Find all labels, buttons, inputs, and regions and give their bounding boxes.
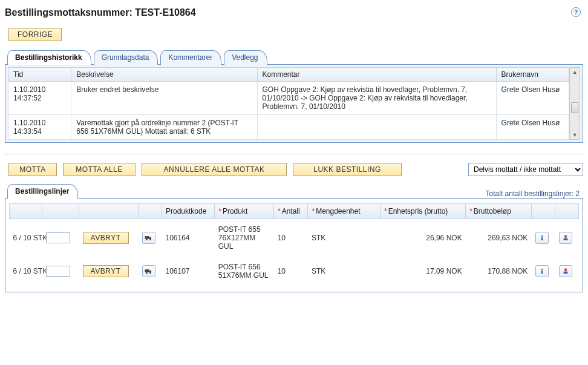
scroll-thumb[interactable] <box>571 102 578 113</box>
col-product-code: Produktkode <box>162 204 214 219</box>
lines-tab[interactable]: Bestillingslinjer <box>7 184 78 199</box>
history-row: 1.10.2010 14:37:52 Bruker endret beskriv… <box>8 82 569 115</box>
cell-time: 1.10.2010 14:37:52 <box>8 82 71 115</box>
info-icon[interactable] <box>535 265 549 277</box>
svg-point-14 <box>564 268 567 271</box>
cell-user: Grete Olsen Husø <box>496 115 569 140</box>
history-tabs: Bestillingshistorikk Grunnlagsdata Komme… <box>7 50 583 64</box>
user-badge-icon[interactable] <box>559 265 572 277</box>
svg-point-11 <box>150 272 151 274</box>
page-title: Bestillingsmottaksnummer: TEST-E10864 <box>5 7 196 18</box>
gross-amount: 269,63 NOK <box>466 219 532 257</box>
history-table: Tid Beskrivelse Kommentar Brukernavn 1.1… <box>8 67 569 140</box>
cancel-line-button[interactable]: AVBRYT <box>83 232 129 244</box>
svg-point-2 <box>146 239 148 240</box>
product-name: POST-IT 655 76X127MM GUL <box>215 219 274 257</box>
cell-time: 1.10.2010 14:33:54 <box>8 115 71 140</box>
truck-icon[interactable] <box>142 265 155 277</box>
svg-rect-0 <box>145 236 149 239</box>
product-name: POST-IT 656 51X76MM GUL <box>215 257 274 286</box>
svg-point-6 <box>564 235 567 238</box>
filter-select[interactable]: Delvis mottatt / ikke mottatt <box>468 163 583 176</box>
gross-amount: 170,88 NOK <box>466 257 532 286</box>
history-row: 1.10.2010 14:33:54 Varemottak gjort på o… <box>8 115 569 140</box>
cell-comment <box>257 115 496 140</box>
svg-rect-7 <box>564 238 568 241</box>
svg-rect-13 <box>541 271 543 274</box>
previous-button[interactable]: FORRIGE <box>8 28 62 41</box>
quantity: 10 <box>274 219 308 257</box>
help-icon[interactable]: ? <box>571 7 581 17</box>
col-quantity: *Antall <box>274 204 308 219</box>
col-product: *Produkt <box>215 204 274 219</box>
receive-button[interactable]: MOTTA <box>8 163 57 176</box>
unit: STK <box>308 219 380 257</box>
user-badge-icon[interactable] <box>559 232 572 244</box>
cell-comment: GOH Oppgave 2: Kjøp av rekvistia til hov… <box>257 82 496 115</box>
product-code: 106164 <box>162 219 214 257</box>
cancel-line-button[interactable]: AVBRYT <box>83 265 129 277</box>
svg-point-10 <box>146 272 148 274</box>
col-gross: *Bruttobeløp <box>466 204 532 219</box>
scroll-up-icon[interactable]: ▲ <box>572 69 578 75</box>
unit-price: 26,96 NOK <box>380 219 465 257</box>
svg-rect-8 <box>145 269 149 272</box>
lines-panel: Produktkode *Produkt *Antall *Mengdeenhe… <box>5 198 583 292</box>
lines-table: Produktkode *Produkt *Antall *Mengdeenhe… <box>9 203 579 286</box>
svg-rect-9 <box>149 271 152 272</box>
receive-all-button[interactable]: MOTTA ALLE <box>63 163 136 176</box>
col-user: Brukernavn <box>496 68 569 82</box>
svg-rect-1 <box>149 237 152 239</box>
history-scrollbar[interactable]: ▲ ▼ <box>569 67 580 140</box>
line-row: 6 / 10 STK AVBRYT 106107 POST-IT 656 51X… <box>10 257 579 286</box>
line-row: 6 / 10 STK AVBRYT 106164 POST-IT 655 76X… <box>10 219 579 257</box>
quantity: 10 <box>274 257 308 286</box>
svg-rect-12 <box>541 269 543 270</box>
tab-attachments[interactable]: Vedlegg <box>224 50 267 65</box>
total-lines-label: Totalt antall bestillingslinjer: 2 <box>486 189 583 198</box>
svg-rect-5 <box>541 237 543 240</box>
receive-qty-input[interactable] <box>46 266 70 277</box>
received-qty: 6 / 10 STK <box>10 257 42 286</box>
receive-qty-input[interactable] <box>46 232 70 243</box>
received-qty: 6 / 10 STK <box>10 219 42 257</box>
tab-basis-data[interactable]: Grunnlagsdata <box>94 50 158 65</box>
tab-history[interactable]: Bestillingshistorikk <box>7 50 91 65</box>
cell-user: Grete Olsen Husø <box>496 82 569 115</box>
truck-icon[interactable] <box>142 232 155 244</box>
unit-price: 17,09 NOK <box>380 257 465 286</box>
col-comment: Kommentar <box>257 68 496 82</box>
col-unit-price: *Enhetspris (brutto) <box>380 204 465 219</box>
divider <box>5 154 583 154</box>
order-number: TEST-E10864 <box>135 7 196 18</box>
col-unit: *Mengdeenhet <box>308 204 380 219</box>
cell-description: Varemottak gjort på ordrelinje nummer 2 … <box>71 115 257 140</box>
scroll-down-icon[interactable]: ▼ <box>572 132 578 138</box>
tab-comments[interactable]: Kommentarer <box>160 50 221 65</box>
close-order-button[interactable]: LUKK BESTILLING <box>293 163 402 176</box>
cell-description: Bruker endret beskrivelse <box>71 82 257 115</box>
svg-rect-4 <box>541 235 543 237</box>
cancel-all-receipts-button[interactable]: ANNULLERE ALLE MOTTAK <box>142 163 287 176</box>
unit: STK <box>308 257 380 286</box>
product-code: 106107 <box>162 257 214 286</box>
col-time: Tid <box>8 68 71 82</box>
col-description: Beskrivelse <box>71 68 257 82</box>
svg-rect-15 <box>564 272 568 274</box>
history-panel: Tid Beskrivelse Kommentar Brukernavn 1.1… <box>5 64 583 143</box>
info-icon[interactable] <box>535 232 549 244</box>
title-prefix: Bestillingsmottaksnummer: <box>5 7 135 18</box>
svg-point-3 <box>150 239 151 240</box>
